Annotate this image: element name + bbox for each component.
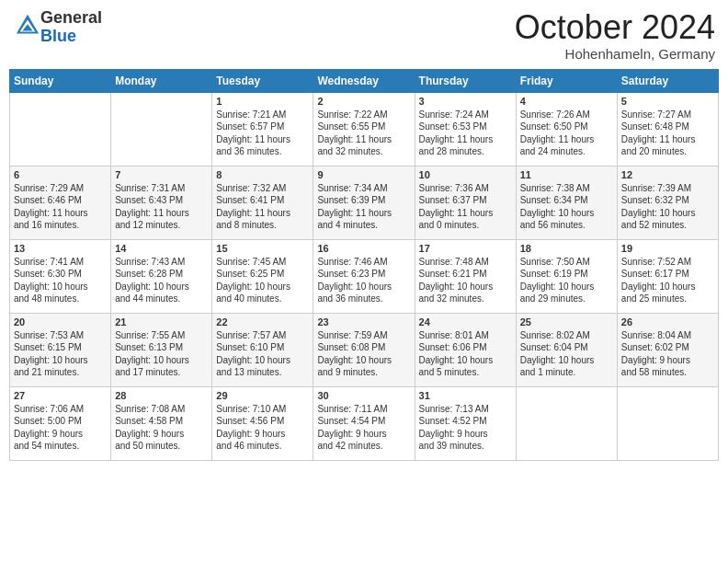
day-number: 12 — [621, 169, 714, 180]
logo: General Blue — [13, 9, 102, 46]
day-detail: Sunrise: 8:02 AM Sunset: 6:04 PM Dayligh… — [520, 329, 613, 379]
month-title: October 2024 — [515, 9, 715, 46]
calendar-table: SundayMondayTuesdayWednesdayThursdayFrid… — [9, 69, 719, 461]
calendar-cell: 26Sunrise: 8:04 AM Sunset: 6:02 PM Dayli… — [617, 313, 718, 386]
day-detail: Sunrise: 7:50 AM Sunset: 6:19 PM Dayligh… — [520, 256, 613, 305]
day-number: 16 — [317, 243, 410, 254]
calendar-cell — [617, 386, 718, 460]
calendar-cell: 7Sunrise: 7:31 AM Sunset: 6:43 PM Daylig… — [111, 166, 212, 239]
calendar-cell: 12Sunrise: 7:39 AM Sunset: 6:32 PM Dayli… — [617, 166, 718, 239]
day-number: 1 — [216, 96, 309, 107]
day-number: 8 — [216, 169, 309, 180]
day-number: 17 — [419, 243, 512, 254]
day-detail: Sunrise: 7:39 AM Sunset: 6:32 PM Dayligh… — [621, 182, 714, 232]
header-row: SundayMondayTuesdayWednesdayThursdayFrid… — [10, 69, 719, 92]
logo-general-text: General — [40, 8, 102, 27]
day-detail: Sunrise: 7:46 AM Sunset: 6:23 PM Dayligh… — [317, 256, 410, 305]
calendar-week-row: 20Sunrise: 7:53 AM Sunset: 6:15 PM Dayli… — [10, 313, 719, 386]
calendar-cell: 10Sunrise: 7:36 AM Sunset: 6:37 PM Dayli… — [415, 166, 516, 239]
calendar-cell: 9Sunrise: 7:34 AM Sunset: 6:39 PM Daylig… — [313, 166, 415, 239]
day-detail: Sunrise: 7:13 AM Sunset: 4:52 PM Dayligh… — [419, 403, 512, 453]
day-number: 19 — [621, 243, 714, 254]
day-detail: Sunrise: 7:26 AM Sunset: 6:50 PM Dayligh… — [520, 109, 613, 158]
day-header: Wednesday — [313, 69, 415, 92]
day-detail: Sunrise: 7:22 AM Sunset: 6:55 PM Dayligh… — [317, 109, 410, 158]
calendar-cell: 2Sunrise: 7:22 AM Sunset: 6:55 PM Daylig… — [313, 92, 415, 166]
calendar-cell: 11Sunrise: 7:38 AM Sunset: 6:34 PM Dayli… — [516, 166, 617, 239]
day-number: 7 — [115, 169, 208, 180]
day-number: 15 — [216, 243, 309, 254]
day-number: 21 — [115, 316, 208, 327]
day-detail: Sunrise: 7:55 AM Sunset: 6:13 PM Dayligh… — [115, 329, 208, 379]
calendar-cell: 23Sunrise: 7:59 AM Sunset: 6:08 PM Dayli… — [313, 313, 415, 386]
day-detail: Sunrise: 7:52 AM Sunset: 6:17 PM Dayligh… — [621, 256, 714, 305]
day-header: Sunday — [10, 69, 111, 92]
day-detail: Sunrise: 7:36 AM Sunset: 6:37 PM Dayligh… — [419, 182, 512, 232]
calendar-cell: 29Sunrise: 7:10 AM Sunset: 4:56 PM Dayli… — [212, 386, 313, 460]
calendar-cell: 5Sunrise: 7:27 AM Sunset: 6:48 PM Daylig… — [617, 92, 718, 166]
day-number: 18 — [520, 243, 613, 254]
calendar-cell: 20Sunrise: 7:53 AM Sunset: 6:15 PM Dayli… — [10, 313, 111, 386]
day-header: Friday — [516, 69, 617, 92]
calendar-cell: 22Sunrise: 7:57 AM Sunset: 6:10 PM Dayli… — [212, 313, 313, 386]
calendar-cell: 27Sunrise: 7:06 AM Sunset: 5:00 PM Dayli… — [10, 386, 111, 460]
calendar-week-row: 27Sunrise: 7:06 AM Sunset: 5:00 PM Dayli… — [10, 386, 719, 460]
calendar-cell: 28Sunrise: 7:08 AM Sunset: 4:58 PM Dayli… — [111, 386, 212, 460]
day-number: 29 — [216, 390, 309, 401]
day-number: 27 — [14, 390, 107, 401]
day-detail: Sunrise: 7:24 AM Sunset: 6:53 PM Dayligh… — [419, 109, 512, 158]
title-block: October 2024 Hohenhameln, Germany — [515, 9, 715, 62]
day-number: 6 — [14, 169, 107, 180]
calendar-cell: 14Sunrise: 7:43 AM Sunset: 6:28 PM Dayli… — [111, 239, 212, 313]
day-header: Saturday — [617, 69, 718, 92]
calendar-cell: 19Sunrise: 7:52 AM Sunset: 6:17 PM Dayli… — [617, 239, 718, 313]
day-detail: Sunrise: 7:53 AM Sunset: 6:15 PM Dayligh… — [14, 329, 107, 379]
calendar-cell — [10, 92, 111, 166]
day-detail: Sunrise: 7:32 AM Sunset: 6:41 PM Dayligh… — [216, 182, 309, 232]
day-number: 26 — [621, 316, 714, 327]
calendar-cell: 8Sunrise: 7:32 AM Sunset: 6:41 PM Daylig… — [212, 166, 313, 239]
day-detail: Sunrise: 7:43 AM Sunset: 6:28 PM Dayligh… — [115, 256, 208, 305]
day-header: Tuesday — [212, 69, 313, 92]
day-number: 5 — [621, 96, 714, 107]
day-number: 24 — [419, 316, 512, 327]
day-detail: Sunrise: 7:11 AM Sunset: 4:54 PM Dayligh… — [317, 403, 410, 453]
day-detail: Sunrise: 7:08 AM Sunset: 4:58 PM Dayligh… — [115, 403, 208, 453]
day-detail: Sunrise: 7:45 AM Sunset: 6:25 PM Dayligh… — [216, 256, 309, 305]
calendar-cell — [111, 92, 212, 166]
day-number: 31 — [419, 390, 512, 401]
day-detail: Sunrise: 7:29 AM Sunset: 6:46 PM Dayligh… — [14, 182, 107, 232]
day-number: 3 — [419, 96, 512, 107]
calendar-week-row: 6Sunrise: 7:29 AM Sunset: 6:46 PM Daylig… — [10, 166, 719, 239]
day-detail: Sunrise: 7:59 AM Sunset: 6:08 PM Dayligh… — [317, 329, 410, 379]
day-detail: Sunrise: 7:31 AM Sunset: 6:43 PM Dayligh… — [115, 182, 208, 232]
day-header: Monday — [111, 69, 212, 92]
calendar-cell: 16Sunrise: 7:46 AM Sunset: 6:23 PM Dayli… — [313, 239, 415, 313]
day-number: 22 — [216, 316, 309, 327]
day-number: 13 — [14, 243, 107, 254]
calendar-cell: 4Sunrise: 7:26 AM Sunset: 6:50 PM Daylig… — [516, 92, 617, 166]
day-number: 10 — [419, 169, 512, 180]
day-detail: Sunrise: 7:21 AM Sunset: 6:57 PM Dayligh… — [216, 109, 309, 158]
day-detail: Sunrise: 7:10 AM Sunset: 4:56 PM Dayligh… — [216, 403, 309, 453]
calendar-week-row: 1Sunrise: 7:21 AM Sunset: 6:57 PM Daylig… — [10, 92, 719, 166]
day-detail: Sunrise: 7:57 AM Sunset: 6:10 PM Dayligh… — [216, 329, 309, 379]
day-number: 30 — [317, 390, 410, 401]
calendar-cell: 24Sunrise: 8:01 AM Sunset: 6:06 PM Dayli… — [415, 313, 516, 386]
page-header: General Blue October 2024 Hohenhameln, G… — [9, 9, 719, 62]
day-header: Thursday — [415, 69, 516, 92]
day-number: 4 — [520, 96, 613, 107]
logo-icon — [15, 13, 40, 39]
calendar-cell: 17Sunrise: 7:48 AM Sunset: 6:21 PM Dayli… — [415, 239, 516, 313]
calendar-cell: 1Sunrise: 7:21 AM Sunset: 6:57 PM Daylig… — [212, 92, 313, 166]
calendar-cell: 15Sunrise: 7:45 AM Sunset: 6:25 PM Dayli… — [212, 239, 313, 313]
day-number: 23 — [317, 316, 410, 327]
day-number: 20 — [14, 316, 107, 327]
day-number: 28 — [115, 390, 208, 401]
day-number: 25 — [520, 316, 613, 327]
day-detail: Sunrise: 8:04 AM Sunset: 6:02 PM Dayligh… — [621, 329, 714, 379]
day-number: 9 — [317, 169, 410, 180]
day-number: 2 — [317, 96, 410, 107]
day-detail: Sunrise: 7:34 AM Sunset: 6:39 PM Dayligh… — [317, 182, 410, 232]
day-number: 14 — [115, 243, 208, 254]
